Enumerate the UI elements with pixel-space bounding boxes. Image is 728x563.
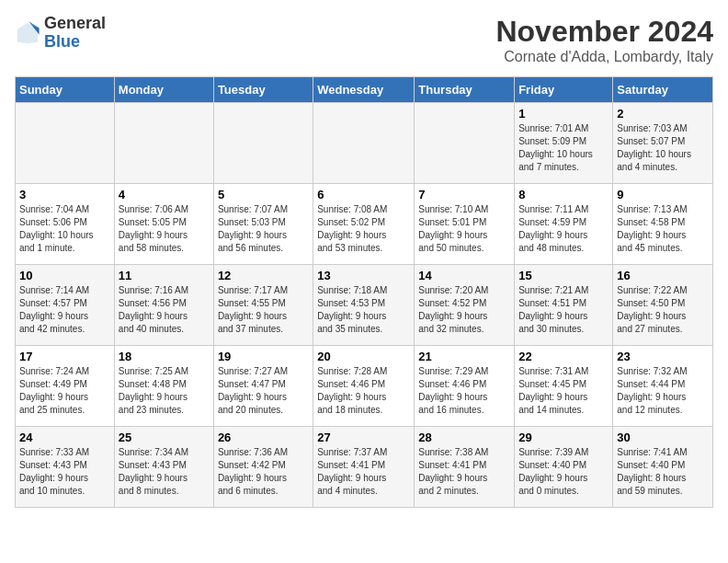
calendar-cell: 17Sunrise: 7:24 AM Sunset: 4:49 PM Dayli… bbox=[16, 346, 115, 427]
calendar-cell bbox=[213, 103, 313, 184]
calendar-cell: 12Sunrise: 7:17 AM Sunset: 4:55 PM Dayli… bbox=[213, 265, 313, 346]
calendar-cell: 27Sunrise: 7:37 AM Sunset: 4:41 PM Dayli… bbox=[313, 427, 415, 508]
day-info: Sunrise: 7:07 AM Sunset: 5:03 PM Dayligh… bbox=[218, 203, 309, 255]
day-info: Sunrise: 7:11 AM Sunset: 4:59 PM Dayligh… bbox=[518, 203, 609, 255]
day-info: Sunrise: 7:24 AM Sunset: 4:49 PM Dayligh… bbox=[19, 365, 110, 417]
calendar-cell bbox=[313, 103, 415, 184]
day-number: 7 bbox=[418, 188, 510, 201]
title-area: November 2024 Cornate d'Adda, Lombardy, … bbox=[495, 15, 713, 65]
logo: General Blue bbox=[15, 15, 106, 52]
calendar-week-1: 1Sunrise: 7:01 AM Sunset: 5:09 PM Daylig… bbox=[16, 103, 713, 184]
calendar-cell: 11Sunrise: 7:16 AM Sunset: 4:56 PM Dayli… bbox=[114, 265, 213, 346]
day-number: 5 bbox=[218, 188, 309, 201]
calendar-cell: 14Sunrise: 7:20 AM Sunset: 4:52 PM Dayli… bbox=[415, 265, 515, 346]
calendar-cell: 23Sunrise: 7:32 AM Sunset: 4:44 PM Dayli… bbox=[613, 346, 713, 427]
calendar-body: 1Sunrise: 7:01 AM Sunset: 5:09 PM Daylig… bbox=[16, 103, 713, 508]
logo-blue: Blue bbox=[44, 33, 106, 52]
month-title: November 2024 bbox=[495, 15, 713, 49]
calendar-cell: 28Sunrise: 7:38 AM Sunset: 4:41 PM Dayli… bbox=[415, 427, 515, 508]
day-info: Sunrise: 7:13 AM Sunset: 4:58 PM Dayligh… bbox=[617, 203, 709, 255]
logo-general: General bbox=[44, 15, 106, 33]
calendar-cell: 10Sunrise: 7:14 AM Sunset: 4:57 PM Dayli… bbox=[16, 265, 115, 346]
day-number: 26 bbox=[218, 431, 309, 444]
calendar-cell: 4Sunrise: 7:06 AM Sunset: 5:05 PM Daylig… bbox=[114, 184, 213, 265]
day-number: 13 bbox=[317, 269, 410, 282]
calendar-cell: 15Sunrise: 7:21 AM Sunset: 4:51 PM Dayli… bbox=[515, 265, 613, 346]
calendar-table: SundayMondayTuesdayWednesdayThursdayFrid… bbox=[15, 76, 713, 508]
day-info: Sunrise: 7:04 AM Sunset: 5:06 PM Dayligh… bbox=[19, 203, 110, 255]
day-info: Sunrise: 7:18 AM Sunset: 4:53 PM Dayligh… bbox=[317, 284, 410, 336]
day-info: Sunrise: 7:21 AM Sunset: 4:51 PM Dayligh… bbox=[518, 284, 609, 336]
day-number: 22 bbox=[518, 350, 609, 363]
calendar-cell: 8Sunrise: 7:11 AM Sunset: 4:59 PM Daylig… bbox=[515, 184, 613, 265]
calendar-cell: 9Sunrise: 7:13 AM Sunset: 4:58 PM Daylig… bbox=[613, 184, 713, 265]
day-number: 19 bbox=[218, 350, 309, 363]
day-info: Sunrise: 7:28 AM Sunset: 4:46 PM Dayligh… bbox=[317, 365, 410, 417]
calendar-cell: 25Sunrise: 7:34 AM Sunset: 4:43 PM Dayli… bbox=[114, 427, 213, 508]
calendar-cell: 22Sunrise: 7:31 AM Sunset: 4:45 PM Dayli… bbox=[515, 346, 613, 427]
calendar-cell bbox=[415, 103, 515, 184]
calendar-header-saturday: Saturday bbox=[613, 77, 713, 103]
header: General Blue November 2024 Cornate d'Add… bbox=[15, 15, 713, 65]
day-number: 23 bbox=[617, 350, 709, 363]
location-title: Cornate d'Adda, Lombardy, Italy bbox=[495, 49, 713, 65]
calendar-cell: 2Sunrise: 7:03 AM Sunset: 5:07 PM Daylig… bbox=[613, 103, 713, 184]
calendar-header-row: SundayMondayTuesdayWednesdayThursdayFrid… bbox=[16, 77, 713, 103]
day-number: 24 bbox=[19, 431, 110, 444]
calendar-header-monday: Monday bbox=[114, 77, 213, 103]
calendar-cell: 19Sunrise: 7:27 AM Sunset: 4:47 PM Dayli… bbox=[213, 346, 313, 427]
calendar-cell: 5Sunrise: 7:07 AM Sunset: 5:03 PM Daylig… bbox=[213, 184, 313, 265]
calendar-cell bbox=[16, 103, 115, 184]
calendar-cell: 24Sunrise: 7:33 AM Sunset: 4:43 PM Dayli… bbox=[16, 427, 115, 508]
day-number: 25 bbox=[119, 431, 210, 444]
calendar-cell: 16Sunrise: 7:22 AM Sunset: 4:50 PM Dayli… bbox=[613, 265, 713, 346]
day-number: 15 bbox=[518, 269, 609, 282]
day-info: Sunrise: 7:03 AM Sunset: 5:07 PM Dayligh… bbox=[617, 122, 709, 174]
calendar-cell: 1Sunrise: 7:01 AM Sunset: 5:09 PM Daylig… bbox=[515, 103, 613, 184]
calendar-cell: 29Sunrise: 7:39 AM Sunset: 4:40 PM Dayli… bbox=[515, 427, 613, 508]
day-number: 21 bbox=[418, 350, 510, 363]
day-info: Sunrise: 7:14 AM Sunset: 4:57 PM Dayligh… bbox=[19, 284, 110, 336]
day-info: Sunrise: 7:22 AM Sunset: 4:50 PM Dayligh… bbox=[617, 284, 709, 336]
day-info: Sunrise: 7:32 AM Sunset: 4:44 PM Dayligh… bbox=[617, 365, 709, 417]
day-info: Sunrise: 7:16 AM Sunset: 4:56 PM Dayligh… bbox=[119, 284, 210, 336]
day-info: Sunrise: 7:08 AM Sunset: 5:02 PM Dayligh… bbox=[317, 203, 410, 255]
day-info: Sunrise: 7:20 AM Sunset: 4:52 PM Dayligh… bbox=[418, 284, 510, 336]
day-info: Sunrise: 7:41 AM Sunset: 4:40 PM Dayligh… bbox=[617, 446, 709, 498]
calendar-header-friday: Friday bbox=[515, 77, 613, 103]
calendar-header-sunday: Sunday bbox=[16, 77, 115, 103]
day-info: Sunrise: 7:36 AM Sunset: 4:42 PM Dayligh… bbox=[218, 446, 309, 498]
day-info: Sunrise: 7:17 AM Sunset: 4:55 PM Dayligh… bbox=[218, 284, 309, 336]
day-info: Sunrise: 7:25 AM Sunset: 4:48 PM Dayligh… bbox=[119, 365, 210, 417]
calendar-cell: 13Sunrise: 7:18 AM Sunset: 4:53 PM Dayli… bbox=[313, 265, 415, 346]
calendar-header-tuesday: Tuesday bbox=[213, 77, 313, 103]
calendar-week-4: 17Sunrise: 7:24 AM Sunset: 4:49 PM Dayli… bbox=[16, 346, 713, 427]
day-number: 4 bbox=[119, 188, 210, 201]
day-number: 30 bbox=[617, 431, 709, 444]
calendar-cell: 7Sunrise: 7:10 AM Sunset: 5:01 PM Daylig… bbox=[415, 184, 515, 265]
day-info: Sunrise: 7:06 AM Sunset: 5:05 PM Dayligh… bbox=[119, 203, 210, 255]
calendar-cell: 18Sunrise: 7:25 AM Sunset: 4:48 PM Dayli… bbox=[114, 346, 213, 427]
logo-text: General Blue bbox=[44, 15, 106, 52]
calendar-cell: 3Sunrise: 7:04 AM Sunset: 5:06 PM Daylig… bbox=[16, 184, 115, 265]
day-info: Sunrise: 7:27 AM Sunset: 4:47 PM Dayligh… bbox=[218, 365, 309, 417]
day-number: 17 bbox=[19, 350, 110, 363]
logo-icon bbox=[15, 20, 40, 46]
day-number: 2 bbox=[617, 107, 709, 121]
day-number: 16 bbox=[617, 269, 709, 282]
calendar-week-2: 3Sunrise: 7:04 AM Sunset: 5:06 PM Daylig… bbox=[16, 184, 713, 265]
day-info: Sunrise: 7:37 AM Sunset: 4:41 PM Dayligh… bbox=[317, 446, 410, 498]
day-number: 20 bbox=[317, 350, 410, 363]
day-number: 12 bbox=[218, 269, 309, 282]
day-info: Sunrise: 7:38 AM Sunset: 4:41 PM Dayligh… bbox=[418, 446, 510, 498]
calendar-cell bbox=[114, 103, 213, 184]
day-info: Sunrise: 7:01 AM Sunset: 5:09 PM Dayligh… bbox=[518, 122, 609, 174]
calendar-cell: 21Sunrise: 7:29 AM Sunset: 4:46 PM Dayli… bbox=[415, 346, 515, 427]
calendar-cell: 6Sunrise: 7:08 AM Sunset: 5:02 PM Daylig… bbox=[313, 184, 415, 265]
day-number: 28 bbox=[418, 431, 510, 444]
day-number: 8 bbox=[518, 188, 609, 201]
day-number: 18 bbox=[119, 350, 210, 363]
day-number: 14 bbox=[418, 269, 510, 282]
day-info: Sunrise: 7:10 AM Sunset: 5:01 PM Dayligh… bbox=[418, 203, 510, 255]
day-number: 29 bbox=[518, 431, 609, 444]
